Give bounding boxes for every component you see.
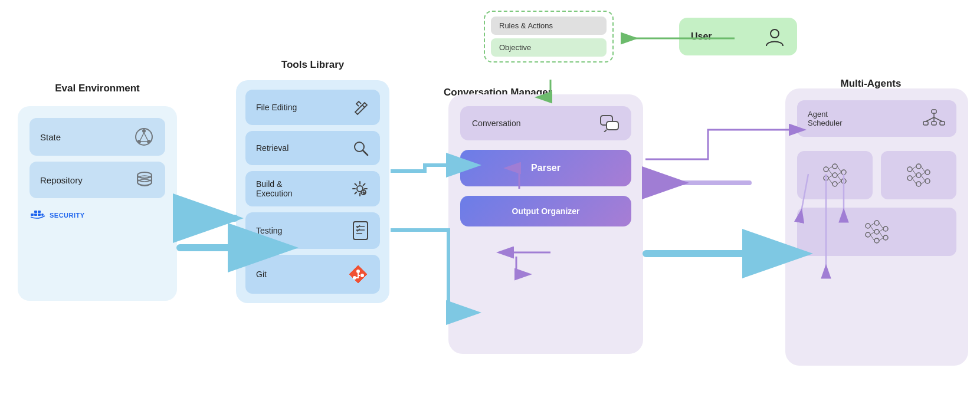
svg-line-61 — [912, 169, 916, 175]
testing-item: Testing — [245, 212, 380, 249]
svg-point-25 — [360, 274, 364, 277]
svg-point-41 — [832, 173, 837, 178]
svg-line-49 — [837, 166, 841, 172]
svg-point-44 — [841, 179, 846, 183]
rules-actions-box: Rules & Actions — [491, 17, 607, 35]
svg-line-35 — [926, 117, 934, 121]
rules-actions-label: Rules & Actions — [499, 21, 553, 30]
file-editing-item: File Editing — [245, 90, 380, 125]
gear-icon — [350, 179, 369, 198]
svg-line-75 — [870, 223, 874, 226]
search-icon — [352, 139, 369, 157]
scheduler-icon — [922, 109, 946, 129]
svg-rect-20 — [353, 222, 368, 239]
svg-line-63 — [912, 178, 916, 184]
diagram-container: Eval Environment State Repository — [0, 0, 980, 404]
svg-point-7 — [137, 172, 152, 178]
svg-line-82 — [879, 238, 883, 241]
svg-line-37 — [934, 117, 942, 121]
svg-point-72 — [874, 238, 879, 243]
agent-node-2 — [881, 151, 956, 199]
svg-line-52 — [837, 181, 841, 184]
user-label: User — [691, 31, 712, 42]
svg-rect-12 — [38, 214, 41, 216]
tools-panel: File Editing Retrieval Build &Execution — [236, 80, 389, 303]
svg-line-47 — [828, 175, 832, 178]
svg-line-66 — [921, 175, 925, 181]
svg-rect-13 — [34, 211, 37, 213]
database-icon — [135, 170, 155, 190]
svg-line-76 — [870, 226, 874, 232]
checklist-icon — [352, 221, 369, 241]
tools-hammer-icon — [350, 98, 369, 117]
svg-point-69 — [866, 232, 870, 237]
build-execution-label: Build &Execution — [256, 179, 292, 198]
docker-icon — [30, 209, 46, 222]
svg-line-77 — [870, 232, 874, 235]
svg-line-17 — [363, 150, 368, 155]
svg-point-38 — [824, 167, 828, 172]
svg-point-55 — [916, 164, 921, 169]
svg-rect-33 — [940, 121, 945, 125]
svg-point-27 — [771, 29, 779, 38]
multi-agents-title: Multi-Agents — [779, 78, 962, 90]
output-organizer-label: Output Organizer — [512, 206, 579, 216]
svg-line-62 — [912, 175, 916, 178]
svg-line-50 — [837, 172, 841, 175]
svg-line-46 — [828, 169, 832, 175]
tools-library-panel: File Editing Retrieval Build &Execution — [236, 71, 389, 303]
objective-label: Objective — [499, 43, 531, 52]
svg-line-81 — [879, 232, 883, 238]
state-label: State — [40, 132, 61, 142]
conversation-label: Conversation — [472, 119, 521, 128]
svg-point-24 — [356, 270, 360, 273]
svg-point-43 — [841, 170, 846, 175]
testing-label: Testing — [256, 226, 282, 235]
parser-box: Parser — [460, 150, 631, 186]
agent-scheduler-box: AgentScheduler — [797, 100, 956, 137]
svg-line-45 — [828, 166, 832, 169]
svg-line-60 — [912, 166, 916, 169]
svg-point-26 — [353, 276, 356, 280]
svg-line-80 — [879, 229, 883, 232]
state-icon — [133, 126, 155, 147]
svg-rect-29 — [607, 121, 618, 130]
svg-line-78 — [870, 235, 874, 241]
svg-point-74 — [883, 235, 888, 240]
multi-agents-panel: AgentScheduler — [785, 88, 968, 366]
output-organizer-box: Output Organizer — [460, 196, 631, 226]
objective-box: Objective — [491, 38, 607, 57]
conv-manager-panel: Conversation Parser Output Organizer — [448, 94, 643, 354]
conversation-box: Conversation — [460, 106, 631, 140]
git-label: Git — [256, 270, 267, 279]
docker-label: SECURITY — [50, 212, 85, 219]
parser-label: Parser — [531, 163, 561, 173]
svg-point-71 — [874, 229, 879, 234]
svg-rect-30 — [932, 110, 936, 113]
file-editing-label: File Editing — [256, 103, 297, 112]
svg-point-42 — [832, 182, 837, 186]
svg-line-4 — [140, 133, 144, 140]
svg-point-39 — [824, 176, 828, 180]
svg-line-51 — [837, 175, 841, 181]
svg-line-5 — [144, 133, 148, 140]
svg-point-53 — [907, 167, 912, 172]
svg-rect-31 — [923, 121, 928, 125]
rules-area: Rules & Actions Objective — [484, 11, 614, 63]
neural-net-icon-2 — [904, 160, 933, 190]
build-execution-item: Build &Execution — [245, 171, 380, 206]
svg-point-59 — [925, 179, 930, 183]
svg-line-48 — [828, 178, 832, 184]
svg-point-54 — [907, 176, 912, 180]
svg-point-68 — [866, 224, 870, 228]
neural-net-icon-3 — [862, 217, 891, 247]
svg-point-9 — [137, 179, 152, 185]
tools-library-title: Tools Library — [236, 59, 389, 71]
svg-rect-11 — [34, 214, 37, 216]
svg-point-58 — [925, 170, 930, 175]
retrieval-item: Retrieval — [245, 131, 380, 165]
docker-badge: SECURITY — [30, 209, 165, 222]
git-icon — [347, 263, 369, 285]
svg-line-65 — [921, 172, 925, 175]
svg-line-67 — [921, 181, 925, 184]
